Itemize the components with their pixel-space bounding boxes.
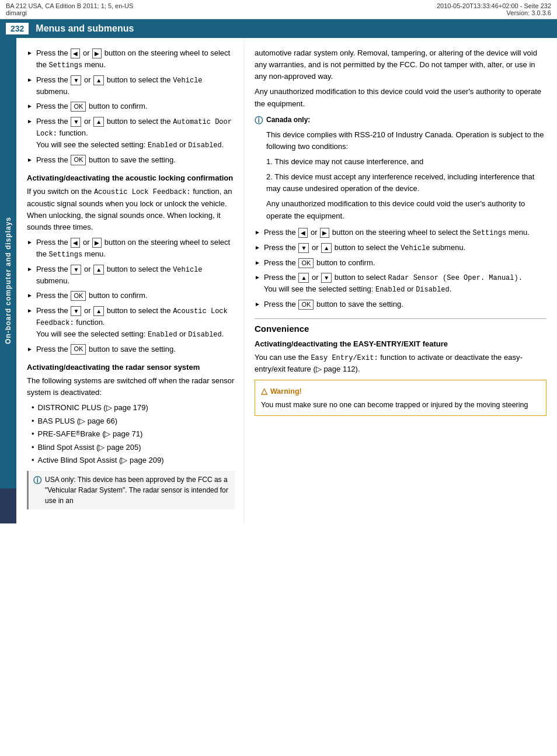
usa-info-box: ⓘ USA only: This device has been approve… [27,471,235,509]
top-bullet-list: ► Press the ◀ or ▶ button on the steerin… [27,47,235,165]
settings-mono: Settings [473,229,507,237]
disabled-mono: Disabled [188,331,222,339]
usa-info-text: USA only: This device has been approved … [45,474,231,506]
left-btn: ◀ [71,238,80,248]
unauthorized-text1: Any unauthorized modification to this de… [255,86,546,109]
list-item: ► Press the ◀ or ▶ button on the steerin… [27,47,235,71]
left-btn: ◀ [298,228,308,238]
section-divider [255,318,546,319]
page-number: 232 [6,23,29,34]
canada-body1: This device complies with RSS-210 of Ind… [266,129,546,152]
up-btn: ▲ [93,75,104,85]
acoustic-feedback-mono: Acoustic Lock Feedback: [36,307,228,327]
down-btn: ▼ [71,75,81,85]
info-icon-canada: ⓘ [255,115,263,127]
ok-btn: OK [71,155,86,165]
warning-icon: △ [261,385,267,397]
right-arrow-btn: ▶ [92,48,102,58]
down-btn: ▼ [71,117,81,127]
header-left: BA 212 USA, CA Edition B 2011; 1; 5, en-… [6,2,133,16]
acoustic-list: ► Press the ◀ or ▶ button on the steerin… [27,237,235,355]
radar-body: The following systems are switched off w… [27,375,235,398]
arrow-icon: ► [255,243,260,252]
ok-btn: OK [298,258,314,268]
right-btn: ▶ [92,238,102,248]
main-layout: On-board computer and displays ► Press t… [0,38,557,523]
ok-btn: OK [71,344,86,354]
right-btn: ▶ [320,228,329,238]
easy-entry-body: You can use the Easy Entry/Exit: functio… [255,352,546,376]
easy-entry-heading: Activating/deactivating the EASY-ENTRY/E… [255,339,546,348]
list-item: ► Press the ▼ or ▲ button to select the … [255,242,546,254]
up-btn: ▲ [93,306,104,316]
warning-box: △ Warning! You must make sure no one can… [255,380,546,416]
left-arrow-btn: ◀ [71,48,80,58]
list-item: ► Press the OK button to save the settin… [255,299,546,310]
auto-door-lock-mono: Automatic Door Lock: [36,118,232,138]
radar-sensor-mono: Radar Sensor (See Oper. Manual). [388,274,522,282]
down-btn: ▼ [298,243,309,253]
arrow-icon: ► [27,75,33,84]
sidebar-label-text: On-board computer and displays [4,217,12,344]
convenience-heading: Convenience [255,324,546,334]
settings-mono: Settings [49,61,83,70]
page-header: BA 212 USA, CA Edition B 2011; 1; 5, en-… [0,0,557,19]
down-btn: ▼ [321,273,332,283]
down-btn: ▼ [71,306,81,316]
arrow-icon: ► [27,291,33,300]
header-right: 2010-05-20T13:33:46+02:00 - Seite 232 Ve… [437,2,551,16]
enabled-mono: Enabled [375,286,405,294]
canada-info-box: ⓘ Canada only: This device complies with… [255,115,546,222]
right-column: automotive radar system only. Removal, t… [244,38,557,523]
arrow-icon: ► [27,155,33,164]
acoustic-body: If you switch on the Acoustic Lock Feedb… [27,186,235,233]
radar-section-heading: Activating/deactivating the radar sensor… [27,363,235,372]
sidebar-label: On-board computer and displays [0,38,16,523]
acoustic-section-heading: Activating/deactivating the acoustic loc… [27,174,235,182]
warning-title: △ Warning! [261,385,540,397]
warning-label: Warning! [270,386,302,397]
arrow-icon: ► [27,48,33,57]
arrow-icon: ► [27,117,33,126]
ok-btn: OK [71,102,86,112]
canada-title: Canada only: [266,115,310,125]
arrow-icon: ► [27,102,33,110]
page-title: Menus and submenus [36,23,134,34]
list-item: ► Press the OK button to save the settin… [27,154,235,166]
up-btn: ▲ [93,265,104,275]
title-bar: 232 Menus and submenus [0,19,557,38]
list-item: Blind Spot Assist (▷ page 205) [32,442,235,453]
radar-steps-list: ► Press the ◀ or ▶ button on the steerin… [255,227,546,310]
up-btn: ▲ [93,117,104,127]
list-item: ► Press the ▼ or ▲ button to select the … [27,305,235,340]
arrow-icon: ► [27,306,33,315]
radar-dot-list: DISTRONIC PLUS (▷ page 179) BAS PLUS (▷ … [32,402,235,466]
canada-unauthorized: Any unauthorized modification to this de… [266,198,546,221]
arrow-icon: ► [255,273,260,282]
list-item: ► Press the OK button to confirm. [27,290,235,301]
list-item: ► Press the ◀ or ▶ button on the steerin… [255,227,546,238]
vehicle-mono: Vehicle [173,266,202,274]
list-item: ► Press the ◀ or ▶ button on the steerin… [27,237,235,260]
enabled-mono: Enabled [148,331,177,339]
list-item: ► Press the OK button to save the settin… [27,344,235,355]
acoustic-mono: Acoustic Lock Feedback: [94,188,191,196]
arrow-icon: ► [255,228,260,237]
continuation-text: automotive radar system only. Removal, t… [255,47,546,82]
easy-entry-mono: Easy Entry/Exit: [311,354,378,362]
up-btn: ▲ [298,273,309,283]
left-column: ► Press the ◀ or ▶ button on the steerin… [16,38,244,523]
vehicle-mono: Vehicle [401,244,430,252]
ok-btn: OK [298,300,314,310]
info-icon: ⓘ [33,474,41,487]
ok-btn: OK [71,291,86,301]
enabled-mono: Enabled [148,141,177,150]
arrow-icon: ► [255,258,260,267]
list-item: ► Press the ▼ or ▲ button to select the … [27,116,235,151]
arrow-icon: ► [255,300,260,308]
arrow-icon: ► [27,238,33,247]
arrow-icon: ► [27,345,33,353]
list-item: ► Press the ▼ or ▲ button to select the … [27,74,235,98]
warning-text: You must make sure no one can become tra… [261,400,540,411]
list-item: PRE-SAFE® Brake (▷ page 71) [32,428,235,440]
